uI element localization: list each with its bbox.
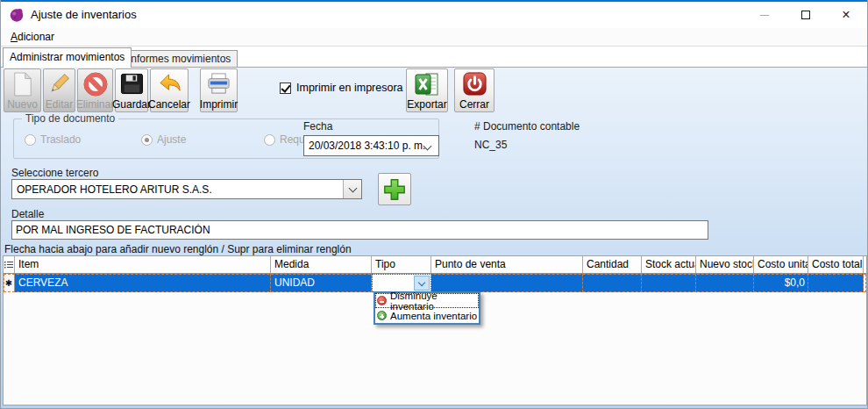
eliminar-label: Eliminar <box>76 98 114 111</box>
items-grid: Item Medida Tipo Punto de venta Cantidad… <box>3 255 867 405</box>
exportar-label: Exportar <box>407 98 446 111</box>
radio-selected-icon <box>141 134 153 146</box>
window-accent-line <box>1 0 867 2</box>
documento-contable-label: # Documento contable <box>474 120 580 133</box>
fecha-value: 20/03/2018 3:43:10 p. m. <box>309 140 425 152</box>
excel-icon <box>414 69 440 98</box>
imprimir-button[interactable]: Imprimir <box>200 68 238 112</box>
minimize-button[interactable] <box>744 2 785 28</box>
tercero-dropdown-button[interactable] <box>343 180 361 198</box>
tipo-dropdown-list: Disminuye inventario Aumenta inventario <box>374 291 480 325</box>
printer-icon <box>206 69 231 98</box>
app-window: Ajuste de inventarios × Adicionar Admini… <box>0 0 868 409</box>
column-header-medida[interactable]: Medida <box>271 256 372 273</box>
tercero-value: OPERADOR HOTELERO ARITUR S.A.S. <box>17 183 212 196</box>
power-icon <box>462 69 487 98</box>
column-header-punto-de-venta[interactable]: Punto de venta <box>431 256 583 273</box>
tipo-documento-group-label: Tipo de documento <box>22 112 118 125</box>
no-entry-icon <box>82 69 109 98</box>
editar-button[interactable]: Editar <box>43 68 75 112</box>
cancelar-button[interactable]: Cancelar <box>150 68 189 112</box>
undo-arrow-icon <box>157 69 182 98</box>
nuevo-button[interactable]: Nuevo <box>4 68 41 112</box>
radio-circle-icon <box>25 134 36 146</box>
guardar-label: Guardar <box>112 98 151 111</box>
cancelar-label: Cancelar <box>148 98 190 111</box>
grid-header: Item Medida Tipo Punto de venta Cantidad… <box>4 256 866 274</box>
radio-circle-icon <box>264 134 275 146</box>
cerrar-button[interactable]: Cerrar <box>454 68 494 112</box>
detalle-input[interactable] <box>11 220 708 240</box>
cell-cantidad[interactable] <box>583 274 642 292</box>
new-page-icon <box>12 69 33 98</box>
guardar-button[interactable]: Guardar <box>115 68 148 112</box>
row-selector-icon <box>4 261 13 269</box>
menu-accel: A <box>11 31 18 43</box>
imprimir-label: Imprimir <box>200 98 238 111</box>
cell-nuevo-stock[interactable] <box>696 274 754 292</box>
fecha-label: Fecha <box>303 120 332 133</box>
documento-contable-value: NC_35 <box>474 139 507 151</box>
maximize-button[interactable] <box>786 2 826 28</box>
app-logo-icon <box>9 7 25 23</box>
cell-costo-total[interactable] <box>808 274 864 292</box>
nuevo-label: Nuevo <box>7 98 38 111</box>
tab-informes-movimientos[interactable]: Informes movimientos <box>121 50 238 67</box>
cell-costo-unitario[interactable]: $0,0 <box>754 274 808 292</box>
title-bar[interactable]: Ajuste de inventarios × <box>1 2 867 28</box>
pos-printer-checkbox[interactable] <box>280 83 291 94</box>
dropdown-option-aumenta-inventario[interactable]: Aumenta inventario <box>375 308 479 323</box>
pencil-icon <box>47 69 71 98</box>
tercero-combobox[interactable]: OPERADOR HOTELERO ARITUR S.A.S. <box>11 179 362 199</box>
window-title: Ajuste de inventarios <box>31 2 137 28</box>
cell-stock-actual[interactable] <box>642 274 696 292</box>
column-header-nuevo-stock[interactable]: Nuevo stock <box>696 256 754 273</box>
cerrar-label: Cerrar <box>459 98 489 111</box>
detalle-label: Detalle <box>11 208 44 220</box>
floppy-disk-icon <box>120 69 144 98</box>
dropdown-option-disminuye-inventario[interactable]: Disminuye inventario <box>375 293 479 308</box>
column-header-costo-total[interactable]: Costo total <box>808 256 864 273</box>
column-header-tipo[interactable]: Tipo <box>372 256 431 273</box>
exportar-button[interactable]: Exportar <box>406 68 448 112</box>
row-selector-header[interactable] <box>4 256 15 273</box>
cell-item[interactable]: CERVEZA <box>15 274 271 292</box>
tipo-dropdown-button[interactable] <box>414 276 430 291</box>
minimize-icon <box>760 15 769 16</box>
minus-circle-icon <box>377 296 387 305</box>
fecha-picker[interactable]: 20/03/2018 3:43:10 p. m. <box>303 135 439 156</box>
tab-administrar-movimientos[interactable]: Administrar movimientos <box>3 47 132 68</box>
column-header-cantidad[interactable]: Cantidad <box>583 256 642 273</box>
menu-bar: Adicionar <box>1 28 867 47</box>
maximize-icon <box>801 11 810 19</box>
plus-icon <box>382 177 407 202</box>
cell-medida[interactable]: UNIDAD <box>271 274 372 292</box>
column-header-item[interactable]: Item <box>15 256 271 273</box>
chevron-down-icon <box>418 278 425 285</box>
dropdown-option-label: Aumenta inventario <box>390 311 477 321</box>
column-header-stock-actual[interactable]: Stock actua <box>642 256 696 273</box>
close-icon: × <box>842 8 850 22</box>
radio-ajuste-label: Ajuste <box>157 133 186 146</box>
radio-ajuste[interactable]: Ajuste <box>141 133 186 146</box>
tercero-label: Seleccione tercero <box>11 167 98 179</box>
tab-page: Nuevo Editar Eliminar Guardar Cancelar <box>1 67 867 408</box>
grid-hint-text: Flecha hacia abajo para añadir nuevo ren… <box>4 243 352 255</box>
radio-traslado-label: Traslado <box>40 133 81 146</box>
menu-rest: dicionar <box>18 31 54 43</box>
add-tercero-button[interactable] <box>378 173 411 205</box>
radio-traslado[interactable]: Traslado <box>25 133 81 146</box>
chevron-down-icon <box>348 183 357 192</box>
editar-label: Editar <box>46 98 73 111</box>
column-header-costo-unitario[interactable]: Costo unitari <box>754 256 808 273</box>
menu-item-adicionar[interactable]: Adicionar <box>5 28 60 47</box>
plus-circle-icon <box>377 311 387 320</box>
new-row-indicator: ✱ <box>4 274 15 292</box>
eliminar-button[interactable]: Eliminar <box>77 68 113 112</box>
tab-strip: Administrar movimientos Informes movimie… <box>1 47 867 67</box>
close-button[interactable]: × <box>826 2 866 28</box>
